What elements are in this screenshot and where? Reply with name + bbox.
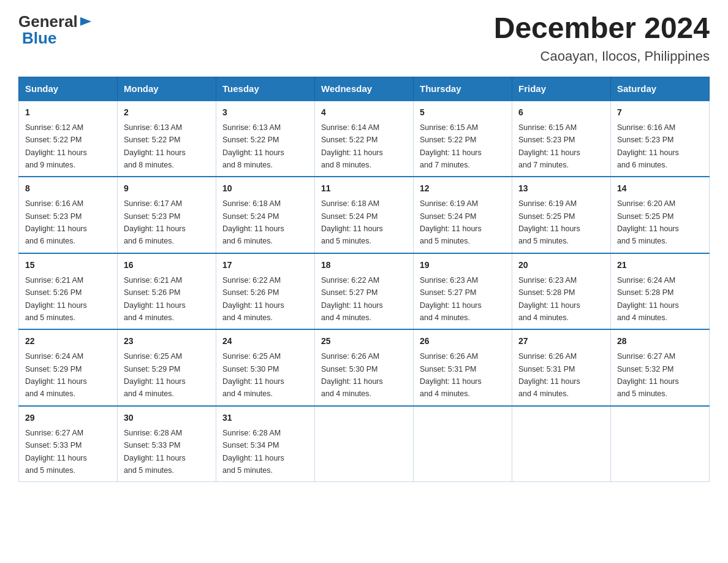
- calendar-cell: 12Sunrise: 6:19 AMSunset: 5:24 PMDayligh…: [414, 177, 512, 253]
- day-info: Sunrise: 6:13 AMSunset: 5:22 PMDaylight:…: [222, 123, 284, 169]
- day-number: 26: [420, 335, 506, 348]
- header-tuesday: Tuesday: [216, 77, 315, 101]
- header-sunday: Sunday: [19, 77, 118, 101]
- calendar-cell: 7Sunrise: 6:16 AMSunset: 5:23 PMDaylight…: [611, 101, 710, 177]
- calendar-cell: 20Sunrise: 6:23 AMSunset: 5:28 PMDayligh…: [512, 253, 611, 330]
- header-thursday: Thursday: [414, 77, 512, 101]
- calendar-cell: 11Sunrise: 6:18 AMSunset: 5:24 PMDayligh…: [315, 177, 414, 253]
- day-number: 10: [222, 182, 308, 195]
- logo: General Blue: [18, 12, 93, 48]
- calendar-cell: 25Sunrise: 6:26 AMSunset: 5:30 PMDayligh…: [315, 329, 414, 406]
- day-number: 18: [321, 259, 407, 272]
- day-info: Sunrise: 6:17 AMSunset: 5:23 PMDaylight:…: [124, 199, 186, 245]
- calendar-cell: 18Sunrise: 6:22 AMSunset: 5:27 PMDayligh…: [315, 253, 414, 330]
- week-row-5: 29Sunrise: 6:27 AMSunset: 5:33 PMDayligh…: [19, 406, 710, 482]
- day-number: 9: [124, 182, 210, 195]
- day-number: 14: [617, 182, 703, 195]
- calendar-cell: 27Sunrise: 6:26 AMSunset: 5:31 PMDayligh…: [512, 329, 611, 406]
- calendar-cell: 23Sunrise: 6:25 AMSunset: 5:29 PMDayligh…: [118, 329, 216, 406]
- day-info: Sunrise: 6:26 AMSunset: 5:31 PMDaylight:…: [420, 352, 482, 398]
- day-number: 31: [222, 412, 308, 424]
- day-info: Sunrise: 6:16 AMSunset: 5:23 PMDaylight:…: [617, 123, 679, 169]
- calendar-cell: 6Sunrise: 6:15 AMSunset: 5:23 PMDaylight…: [512, 101, 611, 177]
- day-info: Sunrise: 6:23 AMSunset: 5:27 PMDaylight:…: [420, 276, 482, 322]
- calendar-cell: 15Sunrise: 6:21 AMSunset: 5:26 PMDayligh…: [19, 253, 118, 330]
- day-number: 1: [25, 106, 111, 119]
- day-number: 8: [25, 182, 111, 195]
- calendar-cell: 21Sunrise: 6:24 AMSunset: 5:28 PMDayligh…: [611, 253, 710, 330]
- day-number: 29: [25, 412, 111, 424]
- day-info: Sunrise: 6:26 AMSunset: 5:31 PMDaylight:…: [518, 352, 580, 398]
- calendar-cell: 1Sunrise: 6:12 AMSunset: 5:22 PMDaylight…: [19, 101, 118, 177]
- day-number: 4: [321, 106, 407, 119]
- header-friday: Friday: [512, 77, 611, 101]
- day-number: 7: [617, 106, 703, 119]
- header-monday: Monday: [118, 77, 216, 101]
- calendar-cell: 3Sunrise: 6:13 AMSunset: 5:22 PMDaylight…: [216, 101, 315, 177]
- calendar-cell: 19Sunrise: 6:23 AMSunset: 5:27 PMDayligh…: [414, 253, 512, 330]
- header-row: SundayMondayTuesdayWednesdayThursdayFrid…: [19, 77, 710, 101]
- day-number: 22: [25, 335, 111, 348]
- week-row-3: 15Sunrise: 6:21 AMSunset: 5:26 PMDayligh…: [19, 253, 710, 330]
- day-number: 5: [420, 106, 506, 119]
- calendar-cell: 4Sunrise: 6:14 AMSunset: 5:22 PMDaylight…: [315, 101, 414, 177]
- day-info: Sunrise: 6:14 AMSunset: 5:22 PMDaylight:…: [321, 123, 383, 169]
- calendar-cell: 17Sunrise: 6:22 AMSunset: 5:26 PMDayligh…: [216, 253, 315, 330]
- day-number: 30: [124, 412, 210, 424]
- day-info: Sunrise: 6:24 AMSunset: 5:28 PMDaylight:…: [617, 276, 679, 322]
- day-info: Sunrise: 6:18 AMSunset: 5:24 PMDaylight:…: [321, 199, 383, 245]
- calendar-cell: [414, 406, 512, 482]
- day-number: 25: [321, 335, 407, 348]
- day-number: 2: [124, 106, 210, 119]
- calendar-cell: 29Sunrise: 6:27 AMSunset: 5:33 PMDayligh…: [19, 406, 118, 482]
- day-info: Sunrise: 6:24 AMSunset: 5:29 PMDaylight:…: [25, 352, 87, 398]
- day-info: Sunrise: 6:18 AMSunset: 5:24 PMDaylight:…: [222, 199, 284, 245]
- day-info: Sunrise: 6:28 AMSunset: 5:34 PMDaylight:…: [222, 429, 284, 475]
- day-number: 6: [518, 106, 604, 119]
- calendar-cell: [611, 406, 710, 482]
- day-number: 15: [25, 259, 111, 272]
- calendar-body: 1Sunrise: 6:12 AMSunset: 5:22 PMDaylight…: [19, 101, 710, 482]
- day-info: Sunrise: 6:15 AMSunset: 5:22 PMDaylight:…: [420, 123, 482, 169]
- page-subtitle: Caoayan, Ilocos, Philippines: [494, 48, 710, 64]
- calendar-cell: 5Sunrise: 6:15 AMSunset: 5:22 PMDaylight…: [414, 101, 512, 177]
- day-info: Sunrise: 6:27 AMSunset: 5:33 PMDaylight:…: [25, 429, 87, 475]
- calendar-cell: [315, 406, 414, 482]
- calendar-cell: 14Sunrise: 6:20 AMSunset: 5:25 PMDayligh…: [611, 177, 710, 253]
- day-number: 28: [617, 335, 703, 348]
- calendar-cell: 31Sunrise: 6:28 AMSunset: 5:34 PMDayligh…: [216, 406, 315, 482]
- day-number: 3: [222, 106, 308, 119]
- day-info: Sunrise: 6:19 AMSunset: 5:24 PMDaylight:…: [420, 199, 482, 245]
- day-info: Sunrise: 6:12 AMSunset: 5:22 PMDaylight:…: [25, 123, 87, 169]
- day-info: Sunrise: 6:20 AMSunset: 5:25 PMDaylight:…: [617, 199, 679, 245]
- calendar-cell: 26Sunrise: 6:26 AMSunset: 5:31 PMDayligh…: [414, 329, 512, 406]
- day-number: 23: [124, 335, 210, 348]
- week-row-2: 8Sunrise: 6:16 AMSunset: 5:23 PMDaylight…: [19, 177, 710, 253]
- day-info: Sunrise: 6:13 AMSunset: 5:22 PMDaylight:…: [124, 123, 186, 169]
- day-info: Sunrise: 6:25 AMSunset: 5:30 PMDaylight:…: [222, 352, 284, 398]
- logo-blue-text: Blue: [22, 29, 56, 48]
- svg-marker-0: [80, 17, 91, 26]
- day-info: Sunrise: 6:16 AMSunset: 5:23 PMDaylight:…: [25, 199, 87, 245]
- calendar-header: SundayMondayTuesdayWednesdayThursdayFrid…: [19, 77, 710, 101]
- week-row-1: 1Sunrise: 6:12 AMSunset: 5:22 PMDaylight…: [19, 101, 710, 177]
- day-number: 24: [222, 335, 308, 348]
- page-header: General Blue December 2024 Caoayan, Iloc…: [18, 12, 710, 64]
- day-info: Sunrise: 6:22 AMSunset: 5:27 PMDaylight:…: [321, 276, 383, 322]
- calendar-cell: 16Sunrise: 6:21 AMSunset: 5:26 PMDayligh…: [118, 253, 216, 330]
- calendar-cell: 22Sunrise: 6:24 AMSunset: 5:29 PMDayligh…: [19, 329, 118, 406]
- day-info: Sunrise: 6:23 AMSunset: 5:28 PMDaylight:…: [518, 276, 580, 322]
- logo-arrow-icon: [79, 15, 93, 28]
- day-number: 20: [518, 259, 604, 272]
- title-block: December 2024 Caoayan, Ilocos, Philippin…: [494, 12, 710, 64]
- day-number: 21: [617, 259, 703, 272]
- header-wednesday: Wednesday: [315, 77, 414, 101]
- calendar-cell: 2Sunrise: 6:13 AMSunset: 5:22 PMDaylight…: [118, 101, 216, 177]
- calendar-cell: 28Sunrise: 6:27 AMSunset: 5:32 PMDayligh…: [611, 329, 710, 406]
- day-number: 17: [222, 259, 308, 272]
- header-saturday: Saturday: [611, 77, 710, 101]
- day-number: 11: [321, 182, 407, 195]
- day-info: Sunrise: 6:21 AMSunset: 5:26 PMDaylight:…: [25, 276, 87, 322]
- day-info: Sunrise: 6:21 AMSunset: 5:26 PMDaylight:…: [124, 276, 186, 322]
- week-row-4: 22Sunrise: 6:24 AMSunset: 5:29 PMDayligh…: [19, 329, 710, 406]
